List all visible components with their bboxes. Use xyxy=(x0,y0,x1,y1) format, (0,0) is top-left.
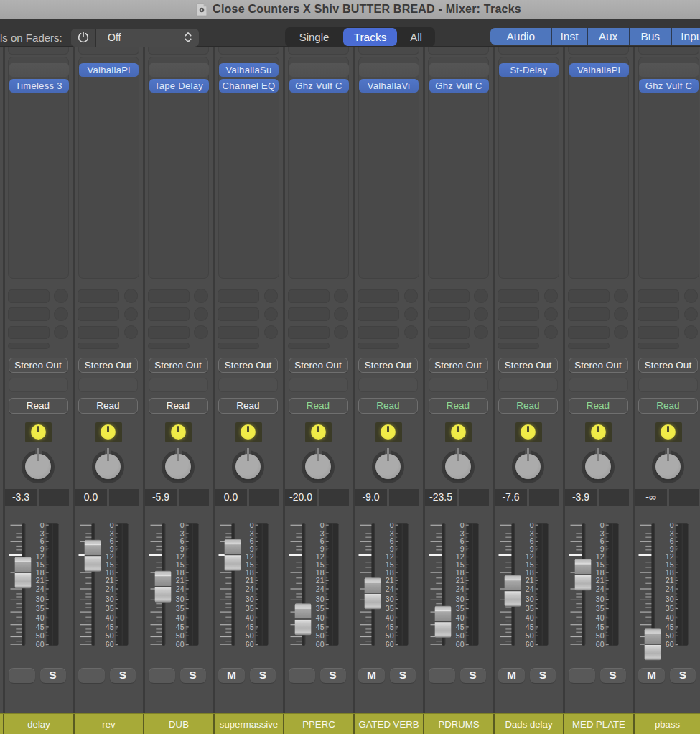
svg-text:45: 45 xyxy=(526,623,534,631)
svg-text:45: 45 xyxy=(175,623,184,631)
svg-text:40: 40 xyxy=(246,613,254,622)
svg-text:30: 30 xyxy=(246,595,254,603)
svg-text:35: 35 xyxy=(595,604,604,613)
svg-text:50: 50 xyxy=(595,631,604,640)
svg-text:21: 21 xyxy=(666,576,674,585)
svg-text:35: 35 xyxy=(35,604,44,613)
svg-text:0: 0 xyxy=(110,523,114,529)
svg-text:40: 40 xyxy=(666,613,674,622)
svg-text:18: 18 xyxy=(386,568,394,577)
svg-text:50: 50 xyxy=(315,631,324,640)
svg-text:35: 35 xyxy=(106,604,114,613)
svg-text:24: 24 xyxy=(315,585,324,593)
svg-text:45: 45 xyxy=(246,623,254,631)
svg-text:50: 50 xyxy=(386,631,394,640)
svg-text:40: 40 xyxy=(386,613,394,622)
svg-text:50: 50 xyxy=(106,631,114,640)
svg-text:24: 24 xyxy=(666,585,674,593)
svg-text:35: 35 xyxy=(666,604,674,613)
svg-text:30: 30 xyxy=(386,595,394,603)
svg-text:30: 30 xyxy=(175,595,184,603)
svg-text:21: 21 xyxy=(595,576,604,585)
svg-text:50: 50 xyxy=(35,631,44,640)
svg-text:45: 45 xyxy=(35,623,44,631)
svg-text:40: 40 xyxy=(175,613,184,622)
svg-text:35: 35 xyxy=(246,604,254,613)
svg-text:0: 0 xyxy=(390,523,394,529)
svg-text:30: 30 xyxy=(666,595,674,603)
svg-text:60: 60 xyxy=(595,640,604,649)
svg-text:18: 18 xyxy=(35,568,44,577)
svg-text:30: 30 xyxy=(35,595,44,603)
svg-text:0: 0 xyxy=(179,523,184,529)
svg-text:35: 35 xyxy=(526,604,534,613)
svg-text:24: 24 xyxy=(595,585,604,593)
svg-text:21: 21 xyxy=(246,576,254,585)
svg-text:21: 21 xyxy=(526,576,534,585)
svg-text:0: 0 xyxy=(530,523,534,529)
svg-text:18: 18 xyxy=(455,568,464,577)
svg-text:24: 24 xyxy=(246,585,254,593)
svg-text:18: 18 xyxy=(175,568,184,577)
svg-text:45: 45 xyxy=(106,623,114,631)
svg-text:40: 40 xyxy=(315,613,324,622)
svg-text:24: 24 xyxy=(35,585,44,593)
svg-text:18: 18 xyxy=(595,568,604,577)
svg-text:50: 50 xyxy=(246,631,254,640)
svg-text:30: 30 xyxy=(526,595,534,603)
svg-text:40: 40 xyxy=(595,613,604,622)
svg-text:18: 18 xyxy=(246,568,254,577)
svg-text:9: 9 xyxy=(459,544,464,553)
svg-text:60: 60 xyxy=(666,640,674,649)
svg-text:60: 60 xyxy=(246,640,254,649)
svg-text:40: 40 xyxy=(455,613,464,622)
svg-text:9: 9 xyxy=(250,544,254,553)
svg-text:18: 18 xyxy=(666,568,674,577)
svg-text:0: 0 xyxy=(319,523,324,529)
svg-text:9: 9 xyxy=(530,544,534,553)
svg-text:30: 30 xyxy=(315,595,324,603)
svg-text:18: 18 xyxy=(526,568,534,577)
svg-text:21: 21 xyxy=(106,576,114,585)
svg-text:35: 35 xyxy=(455,604,464,613)
svg-text:35: 35 xyxy=(315,604,324,613)
svg-text:45: 45 xyxy=(315,623,324,631)
svg-text:24: 24 xyxy=(526,585,534,593)
svg-text:50: 50 xyxy=(526,631,534,640)
svg-text:0: 0 xyxy=(459,523,464,529)
svg-text:18: 18 xyxy=(106,568,114,577)
svg-text:9: 9 xyxy=(319,544,324,553)
svg-text:9: 9 xyxy=(599,544,604,553)
svg-text:60: 60 xyxy=(175,640,184,649)
svg-text:45: 45 xyxy=(595,623,604,631)
svg-text:24: 24 xyxy=(175,585,184,593)
svg-text:30: 30 xyxy=(595,595,604,603)
svg-text:60: 60 xyxy=(35,640,44,649)
svg-text:45: 45 xyxy=(455,623,464,631)
svg-text:21: 21 xyxy=(386,576,394,585)
svg-text:60: 60 xyxy=(526,640,534,649)
svg-text:50: 50 xyxy=(666,631,674,640)
svg-text:9: 9 xyxy=(110,544,114,553)
svg-text:45: 45 xyxy=(386,623,394,631)
svg-text:0: 0 xyxy=(599,523,604,529)
svg-text:60: 60 xyxy=(386,640,394,649)
svg-text:60: 60 xyxy=(315,640,324,649)
svg-text:30: 30 xyxy=(455,595,464,603)
svg-text:45: 45 xyxy=(666,623,674,631)
svg-text:40: 40 xyxy=(526,613,534,622)
svg-text:21: 21 xyxy=(175,576,184,585)
svg-text:30: 30 xyxy=(106,595,114,603)
svg-text:24: 24 xyxy=(455,585,464,593)
svg-text:35: 35 xyxy=(386,604,394,613)
svg-text:40: 40 xyxy=(106,613,114,622)
svg-text:21: 21 xyxy=(455,576,464,585)
svg-text:9: 9 xyxy=(390,544,394,553)
svg-text:0: 0 xyxy=(39,523,44,529)
svg-text:40: 40 xyxy=(35,613,44,622)
svg-text:60: 60 xyxy=(455,640,464,649)
svg-text:50: 50 xyxy=(455,631,464,640)
svg-text:60: 60 xyxy=(106,640,114,649)
svg-text:24: 24 xyxy=(386,585,394,593)
svg-text:21: 21 xyxy=(35,576,44,585)
